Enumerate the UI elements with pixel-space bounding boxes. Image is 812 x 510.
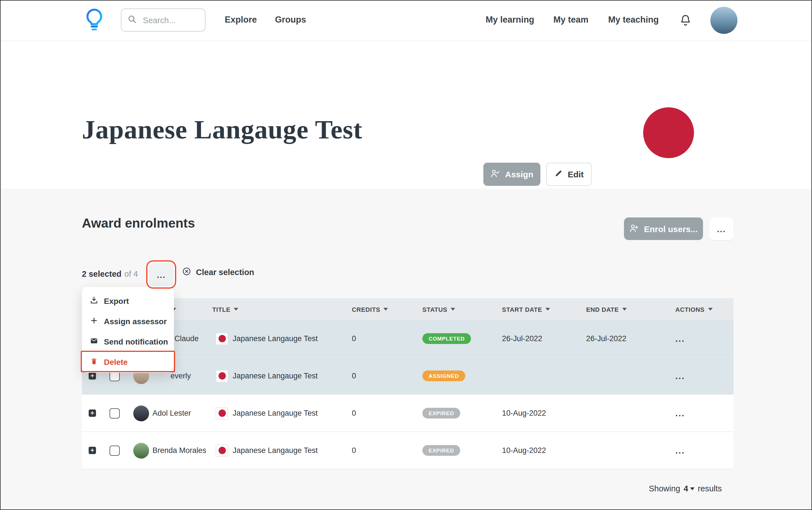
user-avatar (133, 405, 149, 421)
lightbulb-logo-icon[interactable] (84, 8, 105, 33)
table-row: Brenda Morales Japanese Langauge Test 0 … (82, 432, 733, 469)
enrol-users-label: Enrol users... (644, 224, 698, 233)
results-count-dropdown[interactable]: 4 (684, 484, 694, 493)
selection-count: 2 selectedof 4 (82, 270, 138, 278)
sort-chevron-icon[interactable] (708, 308, 712, 311)
start-date: 10-Aug-2022 (502, 409, 546, 417)
japan-flag-icon (216, 370, 228, 382)
user-name[interactable]: Claude (174, 334, 199, 343)
search-icon (127, 14, 137, 26)
row-actions-button[interactable]: ... (675, 334, 685, 343)
clear-selection-label: Clear selection (196, 268, 254, 277)
row-checkbox[interactable] (110, 445, 120, 455)
pencil-icon (554, 169, 563, 179)
start-date: 10-Aug-2022 (502, 446, 546, 455)
row-actions-button[interactable]: ... (675, 408, 685, 418)
header-actions[interactable]: ACTIONS (664, 306, 733, 313)
status-badge: EXPIRED (423, 408, 460, 419)
row-checkbox[interactable] (110, 408, 120, 418)
end-date: 26-Jul-2022 (586, 334, 627, 343)
menu-item-delete[interactable]: Delete (82, 352, 174, 372)
download-icon (90, 296, 98, 306)
clear-selection-button[interactable]: Clear selection (182, 266, 254, 278)
table-row: everly Japanese Langauge Test 0 ASSIGNED… (82, 358, 733, 395)
course-title[interactable]: Japanese Langauge Test (233, 409, 318, 417)
credits-value: 0 (352, 446, 356, 455)
nav-my-learning[interactable]: My learning (486, 15, 534, 25)
expand-row-icon[interactable] (89, 409, 96, 417)
person-plus-icon (629, 223, 639, 235)
status-badge: ASSIGNED (423, 370, 465, 381)
row-actions-button[interactable]: ... (675, 371, 685, 381)
app-window: Explore Groups My learning My team My te… (0, 0, 812, 510)
header-credits[interactable]: CREDITS (352, 306, 423, 313)
course-title[interactable]: Japanese Langauge Test (233, 446, 318, 455)
start-date: 26-Jul-2022 (502, 334, 542, 343)
header-status[interactable]: STATUS (423, 306, 502, 313)
assign-person-icon (490, 168, 500, 180)
status-badge: EXPIRED (423, 445, 460, 456)
trash-icon (90, 357, 98, 367)
page-more-actions-button[interactable]: ... (709, 218, 733, 240)
menu-item-send-notification[interactable]: Send notification (82, 332, 174, 352)
user-name[interactable]: everly (171, 372, 191, 380)
sort-chevron-icon[interactable] (546, 308, 550, 311)
table-row: Adol Lester Japanese Langauge Test 0 EXP… (82, 395, 733, 432)
results-footer: Showing 4 results (649, 484, 722, 493)
award-enrolments-heading: Award enrolments (82, 216, 195, 231)
assign-button-label: Assign (505, 169, 533, 179)
assign-button[interactable]: Assign (483, 163, 541, 186)
selection-count-bold: 2 selected (82, 270, 121, 278)
credits-value: 0 (352, 334, 356, 343)
header-end-date[interactable]: END DATE (586, 306, 664, 313)
circle-x-icon (182, 266, 192, 278)
nav-groups[interactable]: Groups (275, 15, 306, 25)
edit-button[interactable]: Edit (546, 163, 592, 186)
japan-flag-icon (216, 444, 228, 457)
course-title[interactable]: Japanese Langauge Test (233, 334, 318, 343)
plus-icon (90, 316, 98, 327)
menu-item-export[interactable]: Export (82, 291, 174, 311)
japan-flag-icon (216, 407, 228, 419)
profile-avatar[interactable] (710, 7, 737, 34)
search-box[interactable] (121, 8, 206, 32)
user-name[interactable]: Brenda Morales (152, 446, 206, 455)
edit-button-label: Edit (568, 169, 584, 179)
expand-row-icon[interactable] (89, 447, 96, 454)
sort-chevron-icon[interactable] (384, 308, 388, 311)
menu-item-label: Delete (104, 358, 127, 367)
sort-chevron-icon[interactable] (451, 308, 455, 311)
notifications-bell-icon[interactable] (679, 13, 692, 28)
course-title[interactable]: Japanese Langauge Test (233, 372, 318, 380)
sort-chevron-icon[interactable] (622, 308, 627, 311)
search-input[interactable] (142, 15, 200, 25)
credits-value: 0 (352, 409, 356, 417)
menu-item-label: Export (104, 296, 129, 306)
menu-item-assign-assessor[interactable]: Assign assessor (82, 311, 174, 332)
results-label: results (698, 484, 722, 493)
results-count-value: 4 (684, 484, 688, 493)
bulk-actions-button[interactable]: ... (149, 263, 173, 286)
table-header-row: TITLE CREDITS STATUS START DATE END DATE… (82, 298, 733, 320)
table-row: Claude Japanese Langauge Test 0 COMPLETE… (82, 320, 733, 358)
chevron-down-icon (690, 487, 694, 490)
expand-row-icon[interactable] (89, 372, 96, 379)
nav-explore[interactable]: Explore (225, 15, 257, 25)
enrol-users-button[interactable]: Enrol users... (624, 218, 703, 240)
header-title[interactable]: TITLE (212, 306, 352, 313)
header-start-date[interactable]: START DATE (502, 306, 586, 313)
enrolments-table: TITLE CREDITS STATUS START DATE END DATE… (82, 298, 733, 469)
nav-my-team[interactable]: My team (553, 15, 588, 25)
menu-item-label: Send notification (104, 337, 168, 346)
sort-chevron-icon[interactable] (234, 308, 238, 311)
credits-value: 0 (352, 372, 356, 380)
menu-item-label: Assign assessor (104, 317, 167, 326)
top-navbar: Explore Groups My learning My team My te… (0, 0, 812, 41)
bulk-actions-menu: Export Assign assessor Send notification… (82, 287, 174, 373)
japan-flag-icon (216, 332, 228, 345)
showing-label: Showing (649, 484, 680, 493)
japan-flag-image (643, 107, 694, 158)
user-name[interactable]: Adol Lester (152, 409, 191, 417)
row-actions-button[interactable]: ... (675, 446, 685, 455)
nav-my-teaching[interactable]: My teaching (608, 15, 659, 25)
